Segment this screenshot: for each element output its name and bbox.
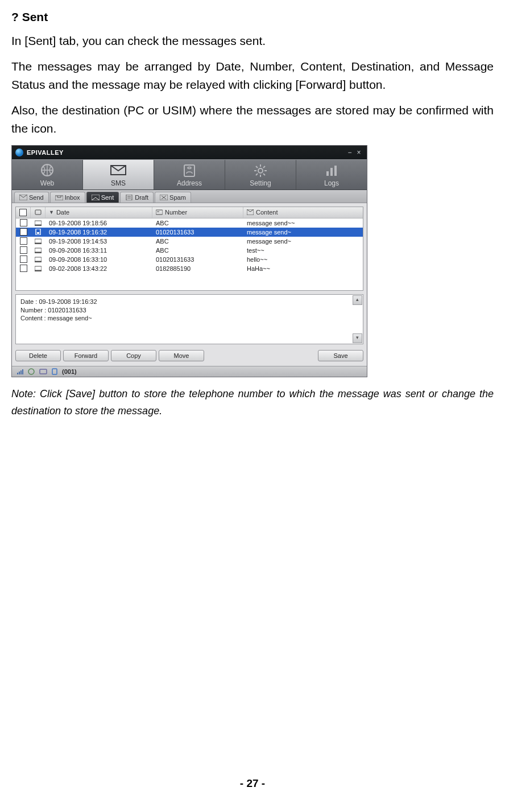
cell-number: ABC	[152, 247, 243, 254]
card-small-icon	[39, 368, 47, 375]
copy-button[interactable]: Copy	[111, 350, 156, 361]
cell-number: 01020131633	[152, 229, 243, 236]
forward-button[interactable]: Forward	[63, 350, 109, 361]
row-checkbox[interactable]	[20, 246, 27, 254]
close-button[interactable]: ×	[354, 149, 363, 156]
header-number-label: Number	[165, 209, 187, 216]
send-icon	[19, 195, 27, 200]
table-row[interactable]: 09-19-2008 19:18:56ABCmessage send~~	[16, 219, 363, 228]
title-bar: EPIVALLEY − ×	[12, 146, 367, 159]
column-headers: ▼ Date Number Content	[16, 207, 363, 219]
row-checkbox[interactable]	[20, 219, 27, 226]
preview-scroll-down[interactable]: ▾	[353, 333, 362, 343]
svg-rect-37	[35, 261, 42, 262]
cell-content: message send~	[243, 229, 363, 236]
cell-date: 09-09-2008 16:33:10	[45, 256, 152, 263]
nav-setting[interactable]: Setting	[225, 160, 296, 189]
svg-rect-24	[35, 210, 41, 215]
epivalley-app-window: EPIVALLEY − × Web SMS Address Setting	[11, 145, 367, 377]
cell-date: 09-02-2008 13:43:22	[45, 265, 152, 272]
svg-rect-18	[126, 195, 132, 200]
cell-date: 09-19-2008 19:14:53	[45, 238, 152, 245]
svg-point-3	[258, 168, 263, 173]
cell-number: ABC	[152, 220, 243, 226]
header-date-label: Date	[56, 209, 69, 216]
signal-icon	[16, 368, 24, 375]
content-icon	[247, 209, 254, 215]
move-button[interactable]: Move	[159, 350, 204, 361]
pc-icon	[35, 247, 42, 253]
nav-logs[interactable]: Logs	[296, 160, 367, 189]
tab-sent-label: Sent	[101, 194, 114, 201]
main-nav: Web SMS Address Setting Logs	[12, 159, 367, 190]
cell-date: 09-09-2008 16:33:11	[45, 247, 152, 254]
nav-web-label: Web	[40, 179, 54, 187]
row-checkbox[interactable]	[20, 228, 27, 236]
header-checkbox[interactable]	[16, 207, 31, 218]
tab-send[interactable]: Send	[14, 192, 49, 203]
paragraph-intro: In [Sent] tab, you can check the message…	[11, 32, 494, 51]
svg-rect-16	[55, 196, 63, 200]
cell-date: 09-19-2008 19:16:32	[45, 229, 152, 236]
cell-content: message send~	[243, 238, 363, 245]
svg-line-9	[263, 174, 265, 175]
nav-address[interactable]: Address	[154, 160, 225, 189]
preview-scroll-up[interactable]: ▴	[353, 295, 362, 305]
storage-icon	[35, 209, 42, 215]
header-storage[interactable]	[31, 207, 45, 218]
svg-rect-41	[40, 369, 47, 374]
header-content[interactable]: Content	[243, 207, 363, 218]
svg-rect-36	[35, 257, 42, 261]
row-checkbox[interactable]	[20, 255, 27, 263]
tab-spam-label: Spam	[169, 194, 186, 201]
svg-rect-25	[156, 210, 163, 215]
pc-icon	[35, 238, 42, 244]
nav-web[interactable]: Web	[12, 160, 83, 189]
tab-sent[interactable]: Sent	[86, 192, 119, 203]
bars-icon	[323, 163, 340, 178]
note-text: Note: Click [Save] button to store the t…	[11, 385, 494, 420]
table-row[interactable]: 09-19-2008 19:16:3201020131633message se…	[16, 228, 363, 237]
cell-content: hello~~	[243, 256, 363, 263]
table-row[interactable]: 09-02-2008 13:43:220182885190HaHa~~	[16, 264, 363, 273]
message-preview: Date : 09-19-2008 19:16:32 Number : 0102…	[15, 294, 363, 344]
svg-rect-39	[35, 270, 42, 271]
pc-icon	[35, 256, 42, 262]
nav-address-label: Address	[177, 179, 202, 187]
tab-spam[interactable]: Spam	[155, 192, 191, 203]
nav-sms[interactable]: SMS	[83, 160, 154, 189]
svg-rect-13	[330, 168, 333, 176]
status-bar: (001)	[12, 366, 367, 377]
paragraph-arrange: The messages may be arranged by Date, Nu…	[11, 57, 494, 94]
header-number[interactable]: Number	[152, 207, 243, 218]
tab-draft[interactable]: Draft	[120, 192, 154, 203]
nav-setting-label: Setting	[250, 179, 271, 187]
delete-button[interactable]: Delete	[15, 350, 61, 361]
inbox-icon	[55, 195, 63, 200]
preview-line-date: Date : 09-19-2008 19:16:32	[20, 298, 358, 306]
table-row[interactable]: 09-09-2008 16:33:1001020131633hello~~	[16, 255, 363, 264]
addressbook-icon	[181, 163, 198, 178]
header-date[interactable]: ▼ Date	[45, 207, 152, 218]
table-row[interactable]: 09-09-2008 16:33:11ABCtest~~	[16, 246, 363, 255]
row-checkbox[interactable]	[20, 265, 27, 272]
row-checkbox[interactable]	[20, 237, 27, 245]
minimize-button[interactable]: −	[345, 149, 354, 156]
cell-content: test~~	[243, 247, 363, 254]
nav-logs-label: Logs	[324, 179, 339, 187]
sent-icon	[92, 195, 100, 200]
spam-icon	[160, 195, 168, 200]
svg-rect-33	[35, 243, 42, 244]
pc-icon	[35, 220, 42, 226]
tab-draft-label: Draft	[135, 194, 148, 201]
svg-line-10	[263, 166, 265, 168]
tab-inbox[interactable]: Inbox	[50, 192, 85, 203]
section-heading: ? Sent	[11, 10, 494, 24]
svg-rect-28	[35, 221, 42, 225]
app-title: EPIVALLEY	[27, 149, 64, 156]
header-content-label: Content	[256, 209, 278, 216]
table-row[interactable]: 09-19-2008 19:14:53ABCmessage send~	[16, 237, 363, 246]
sort-desc-icon: ▼	[49, 209, 54, 215]
save-button[interactable]: Save	[318, 350, 363, 361]
globe-small-icon	[28, 368, 36, 375]
